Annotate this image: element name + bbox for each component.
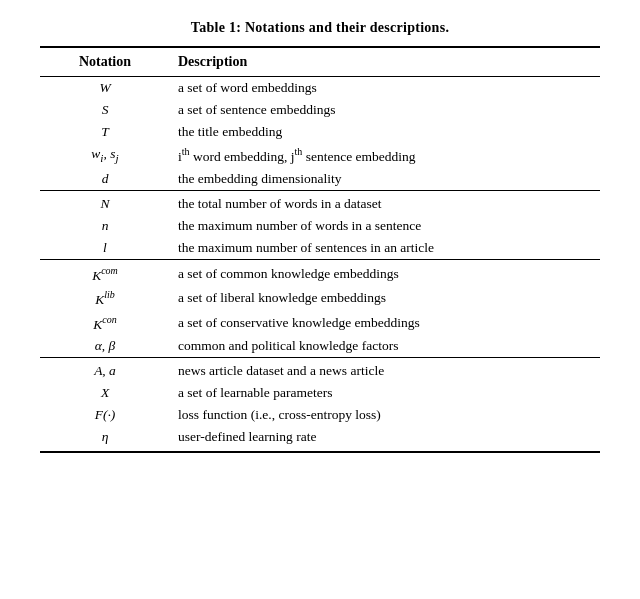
table-row: Nthe total number of words in a dataset [40,190,600,215]
description-cell: news article dataset and a news article [170,358,600,383]
notation-cell: F(·) [40,404,170,426]
notation-cell: Kcom [40,259,170,286]
col-header-description: Description [170,47,600,77]
table-row: nthe maximum number of words in a senten… [40,215,600,237]
description-cell: a set of liberal knowledge embeddings [170,286,600,311]
table-row: Kcona set of conservative knowledge embe… [40,311,600,336]
description-cell: a set of conservative knowledge embeddin… [170,311,600,336]
notation-cell: W [40,77,170,100]
notation-cell: N [40,190,170,215]
notation-cell: T [40,121,170,143]
table-row: α, βcommon and political knowledge facto… [40,335,600,358]
description-cell: the title embedding [170,121,600,143]
notation-cell: n [40,215,170,237]
description-cell: ith word embedding, jth sentence embeddi… [170,143,600,168]
description-cell: the maximum number of words in a sentenc… [170,215,600,237]
table-row: Tthe title embedding [40,121,600,143]
notation-cell: wi, sj [40,143,170,168]
notation-cell: α, β [40,335,170,358]
table-row: Kliba set of liberal knowledge embedding… [40,286,600,311]
description-cell: the total number of words in a dataset [170,190,600,215]
table-row: Kcoma set of common knowledge embeddings [40,259,600,286]
description-cell: user-defined learning rate [170,426,600,452]
description-cell: a set of sentence embeddings [170,99,600,121]
table-row: A, anews article dataset and a news arti… [40,358,600,383]
table-title: Table 1: Notations and their description… [191,20,449,36]
notation-cell: η [40,426,170,452]
table-row: Wa set of word embeddings [40,77,600,100]
table-row: F(·)loss function (i.e., cross-entropy l… [40,404,600,426]
description-cell: loss function (i.e., cross-entropy loss) [170,404,600,426]
notation-table: Notation Description Wa set of word embe… [40,46,600,453]
table-row: dthe embedding dimensionality [40,168,600,191]
notation-cell: S [40,99,170,121]
description-cell: the embedding dimensionality [170,168,600,191]
table-row: Xa set of learnable parameters [40,382,600,404]
notation-cell: Klib [40,286,170,311]
table-row: Sa set of sentence embeddings [40,99,600,121]
col-header-notation: Notation [40,47,170,77]
notation-cell: X [40,382,170,404]
table-row: wi, sjith word embedding, jth sentence e… [40,143,600,168]
description-cell: a set of word embeddings [170,77,600,100]
notation-cell: Kcon [40,311,170,336]
description-cell: the maximum number of sentences in an ar… [170,237,600,260]
notation-cell: l [40,237,170,260]
description-cell: a set of common knowledge embeddings [170,259,600,286]
table-row: ηuser-defined learning rate [40,426,600,452]
notation-cell: d [40,168,170,191]
notation-cell: A, a [40,358,170,383]
description-cell: a set of learnable parameters [170,382,600,404]
table-row: lthe maximum number of sentences in an a… [40,237,600,260]
description-cell: common and political knowledge factors [170,335,600,358]
